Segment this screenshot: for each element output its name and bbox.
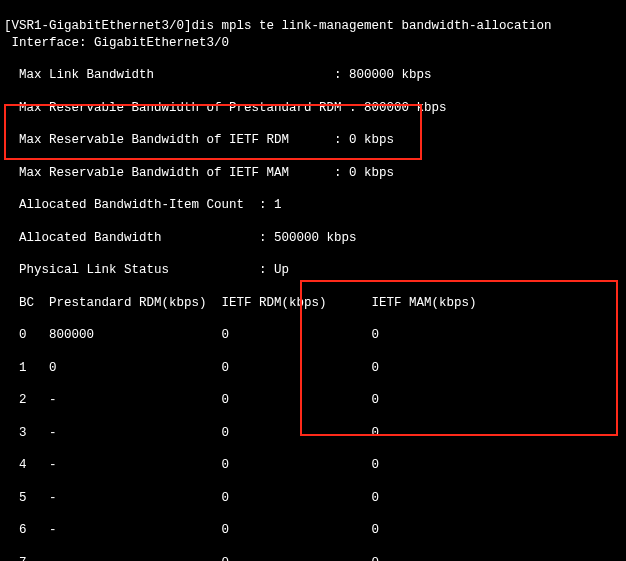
bc-header: BC Prestandard RDM(kbps) IETF RDM(kbps) … xyxy=(4,295,622,311)
bc-row: 5 - 0 0 xyxy=(4,490,622,506)
bc-row: 1 0 0 0 xyxy=(4,360,622,376)
prompt: [VSR1-GigabitEthernet3/0] xyxy=(4,19,192,33)
output-line: Interface: GigabitEthernet3/0 xyxy=(4,35,622,51)
alloc-line: Physical Link Status : Up xyxy=(4,262,622,278)
terminal[interactable]: [VSR1-GigabitEthernet3/0]dis mpls te lin… xyxy=(0,0,626,561)
bc-row: 2 - 0 0 xyxy=(4,392,622,408)
bc-row: 6 - 0 0 xyxy=(4,522,622,538)
command-text: dis mpls te link-management bandwidth-al… xyxy=(192,19,552,33)
alloc-line: Allocated Bandwidth : 500000 kbps xyxy=(4,230,622,246)
bc-row: 0 800000 0 0 xyxy=(4,327,622,343)
output-line: Max Reservable Bandwidth of IETF RDM : 0… xyxy=(4,132,622,148)
bc-row: 3 - 0 0 xyxy=(4,425,622,441)
bc-row: 7 - 0 0 xyxy=(4,555,622,562)
output-line: Max Reservable Bandwidth of Prestandard … xyxy=(4,100,622,116)
output-line: Max Link Bandwidth : 800000 kbps xyxy=(4,67,622,83)
alloc-line: Allocated Bandwidth-Item Count : 1 xyxy=(4,197,622,213)
bc-row: 4 - 0 0 xyxy=(4,457,622,473)
output-line: Max Reservable Bandwidth of IETF MAM : 0… xyxy=(4,165,622,181)
